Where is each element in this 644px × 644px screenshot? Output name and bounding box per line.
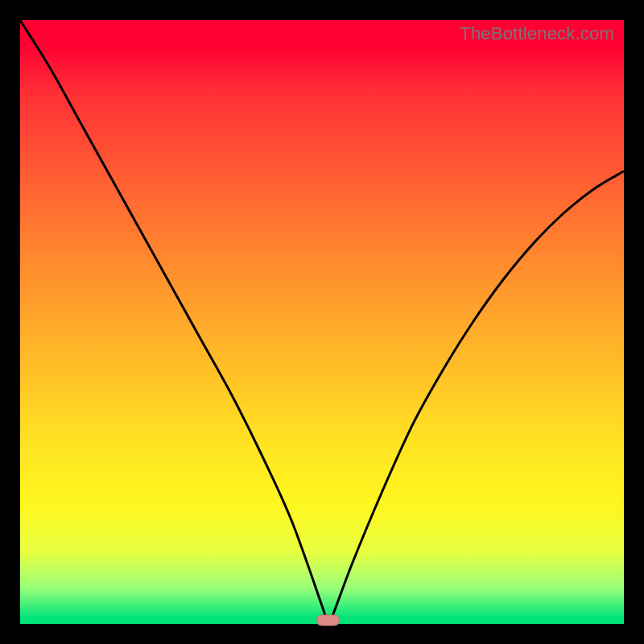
- curve-path: [20, 20, 624, 624]
- bottleneck-curve: [20, 20, 624, 624]
- chart-frame: TheBottleneck.com: [0, 0, 644, 644]
- plot-area: TheBottleneck.com: [20, 20, 624, 624]
- min-marker: [317, 615, 340, 625]
